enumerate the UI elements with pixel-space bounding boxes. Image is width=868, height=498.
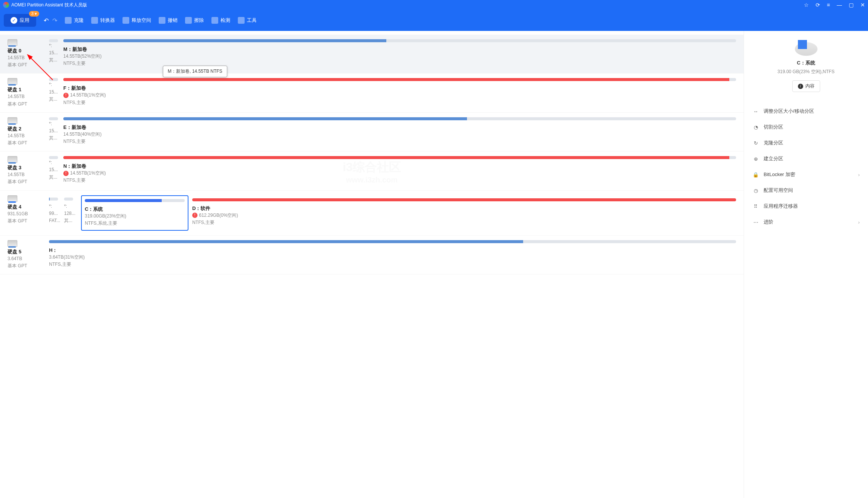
wipe-icon bbox=[185, 17, 192, 24]
disk-name: 硬盘 1 bbox=[8, 86, 45, 93]
check2-icon bbox=[211, 17, 218, 24]
disk-size: 3.64TB bbox=[8, 255, 45, 262]
app-title: AOMEI Partition Assistant 技术人员版 bbox=[11, 2, 804, 8]
disk-row-5[interactable]: 硬盘 5 3.64TB 基本 GPT H： 3.64TB(31%空闲) NTFS… bbox=[0, 236, 744, 274]
menu-label: 调整分区大小/移动分区 bbox=[764, 108, 814, 115]
undo2-icon bbox=[159, 17, 165, 24]
menu-label: 应用程序迁移器 bbox=[764, 203, 798, 210]
toolbar-freespace[interactable]: 释放空间 bbox=[122, 17, 151, 24]
partition-c-selected[interactable]: C：系统 319.00GB(23%空闲) NTFS,系统,主要 bbox=[81, 195, 188, 231]
info-icon: i bbox=[798, 84, 803, 89]
titlebar: AOMEI Partition Assistant 技术人员版 ☆ ⟳ ≡ — … bbox=[0, 0, 868, 10]
apply-button[interactable]: ✓ 应用 3 ▾ bbox=[4, 14, 36, 27]
disk-illustration bbox=[795, 42, 817, 56]
content-button[interactable]: i内容 bbox=[792, 80, 820, 92]
partition-sub: 14.55TB(40%空闲) bbox=[63, 131, 736, 138]
disk-row-1[interactable]: 硬盘 1 14.55TB 基本 GPT *: 15... 其... F：新加卷 … bbox=[0, 74, 744, 112]
menu-item-3[interactable]: ⊕建立分区 bbox=[744, 151, 868, 167]
refresh-icon[interactable]: ⟳ bbox=[816, 2, 820, 8]
partition-label: E：新加卷 bbox=[63, 124, 736, 131]
partition-bar[interactable] bbox=[63, 117, 736, 120]
toolbar-wipe[interactable]: 擦除 bbox=[185, 17, 204, 24]
menu-item-0[interactable]: ↔调整分区大小/移动分区 bbox=[744, 103, 868, 119]
disk-row-0[interactable]: 硬盘 0 14.55TB 基本 GPT *: 15... 其... M：新加卷 … bbox=[0, 35, 744, 74]
partition-tooltip: M：新加卷, 14.55TB NTFS bbox=[163, 66, 227, 77]
toolbar-tools[interactable]: 工具 bbox=[238, 17, 257, 24]
freespace-icon bbox=[122, 17, 129, 24]
star-icon[interactable]: ☆ bbox=[804, 2, 809, 8]
menu-icon: ↔ bbox=[752, 108, 759, 115]
toolbar-clone[interactable]: 克隆 bbox=[65, 17, 84, 24]
partition-fs: NTFS,主要 bbox=[63, 99, 736, 106]
partition-fs: NTFS,主要 bbox=[63, 138, 736, 145]
close-icon[interactable]: ✕ bbox=[860, 2, 865, 8]
partition-bar[interactable] bbox=[63, 78, 736, 81]
toolbar-undo[interactable]: 撤销 bbox=[159, 17, 178, 24]
menu-icon: ⊕ bbox=[752, 155, 759, 162]
disk-size: 14.55TB bbox=[8, 54, 45, 61]
disk-size: 931.51GB bbox=[8, 210, 45, 218]
partition-sub: !14.55TB(1%空闲) bbox=[63, 92, 736, 99]
disk-name: 硬盘 5 bbox=[8, 248, 45, 255]
disk-type: 基本 GPT bbox=[8, 61, 45, 69]
menu-item-5[interactable]: ◷配置可用空间 bbox=[744, 182, 868, 198]
reserved-bar2[interactable] bbox=[64, 198, 73, 201]
menu-label: BitLocker 加密 bbox=[764, 171, 795, 178]
disk-type: 基本 GPT bbox=[8, 178, 45, 185]
partition-label: F：新加卷 bbox=[63, 85, 736, 92]
disk-name: 硬盘 4 bbox=[8, 204, 45, 210]
reserved-bar[interactable] bbox=[49, 117, 58, 120]
minimize-icon[interactable]: — bbox=[837, 2, 842, 8]
disk-type: 基本 GPT bbox=[8, 101, 45, 108]
reserved-bar[interactable] bbox=[49, 78, 58, 81]
disk-size: 14.55TB bbox=[8, 132, 45, 139]
menu-icon: ↻ bbox=[752, 139, 759, 146]
menu-icon[interactable]: ≡ bbox=[827, 2, 830, 8]
toolbar: ✓ 应用 3 ▾ ↶ ↷ 克隆 转换器 释放空间 撤销 擦除 检测 工具 bbox=[0, 10, 868, 31]
menu-item-4[interactable]: 🔒BitLocker 加密› bbox=[744, 167, 868, 182]
toolbar-convert[interactable]: 转换器 bbox=[91, 17, 115, 24]
disk-name: 硬盘 3 bbox=[8, 164, 45, 171]
reserved-bar[interactable] bbox=[49, 156, 58, 159]
disk-list: M：新加卷, 14.55TB NTFS i3综合社区www.i3zh.com 硬… bbox=[0, 31, 744, 498]
partition-label: N：新加卷 bbox=[63, 163, 736, 170]
menu-item-1[interactable]: ◔切割分区 bbox=[744, 119, 868, 135]
disk-size: 14.55TB bbox=[8, 171, 45, 178]
disk-name: 硬盘 2 bbox=[8, 126, 45, 132]
menu-label: 配置可用空间 bbox=[764, 187, 793, 194]
menu-icon: ◔ bbox=[752, 124, 759, 130]
partition-bar[interactable] bbox=[63, 156, 736, 159]
window-controls: ☆ ⟳ ≡ — ▢ ✕ bbox=[804, 2, 865, 8]
undo-redo-group: ↶ ↷ bbox=[44, 17, 57, 24]
partition-bar[interactable] bbox=[49, 240, 736, 243]
disk-row-4[interactable]: 硬盘 4 931.51GB 基本 GPT *: 99... FAT... *: bbox=[0, 191, 744, 236]
tools-icon bbox=[238, 17, 245, 24]
menu-item-6[interactable]: ⠿应用程序迁移器 bbox=[744, 198, 868, 214]
disk-type: 基本 GPT bbox=[8, 218, 45, 225]
disk-row-2[interactable]: 硬盘 2 14.55TB 基本 GPT *: 15... 其... E：新加卷 … bbox=[0, 113, 744, 152]
maximize-icon[interactable]: ▢ bbox=[849, 2, 854, 8]
disk-row-3[interactable]: 硬盘 3 14.55TB 基本 GPT *: 15... 其... N：新加卷 … bbox=[0, 152, 744, 190]
partition-bar[interactable] bbox=[63, 39, 736, 42]
menu-label: 建立分区 bbox=[764, 155, 783, 162]
hdd-icon bbox=[8, 39, 17, 46]
warn-icon: ! bbox=[63, 93, 69, 98]
menu-icon: 🔒 bbox=[752, 171, 759, 178]
redo-icon[interactable]: ↷ bbox=[52, 17, 57, 24]
chevron-right-icon: › bbox=[858, 172, 860, 178]
toolbar-check[interactable]: 检测 bbox=[211, 17, 230, 24]
menu-label: 克隆分区 bbox=[764, 139, 783, 146]
sidebar: C：系统 319.00 GB(23% 空闲),NTFS i内容 ↔调整分区大小/… bbox=[744, 31, 868, 498]
undo-icon[interactable]: ↶ bbox=[44, 17, 49, 24]
reserved-bar[interactable] bbox=[49, 39, 58, 42]
sidebar-subtitle: 319.00 GB(23% 空闲),NTFS bbox=[752, 69, 860, 75]
disk-name: 硬盘 0 bbox=[8, 48, 45, 54]
pending-badge: 3 ▾ bbox=[29, 11, 39, 17]
partition-d[interactable]: D：软件 !612.29GB(0%空闲) NTFS,主要 bbox=[192, 195, 736, 229]
reserved-bar[interactable] bbox=[49, 198, 58, 201]
menu-item-7[interactable]: ⋯进阶› bbox=[744, 214, 868, 230]
menu-item-2[interactable]: ↻克隆分区 bbox=[744, 135, 868, 151]
hdd-icon bbox=[8, 156, 17, 163]
menu-icon: ⠿ bbox=[752, 203, 759, 210]
warn-icon: ! bbox=[63, 171, 69, 176]
